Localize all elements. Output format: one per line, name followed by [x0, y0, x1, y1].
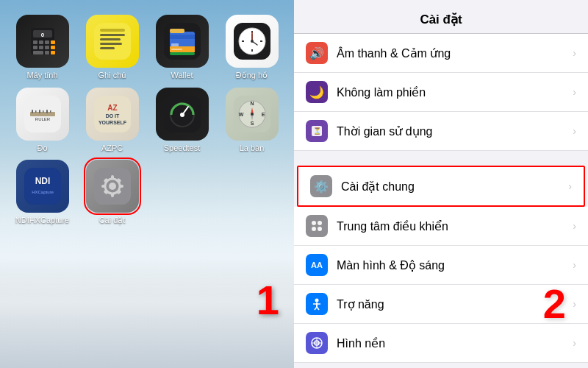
- svg-rect-23: [171, 43, 179, 46]
- app-notes[interactable]: Ghi chú: [81, 15, 143, 80]
- settings-item-wallpaper[interactable]: Hình nền ›: [294, 324, 588, 363]
- screentime-chevron: ›: [573, 125, 576, 137]
- svg-point-83: [312, 227, 316, 231]
- calculator-icon: 0: [16, 15, 69, 68]
- svg-text:S: S: [250, 121, 254, 126]
- wallpaper-svg: [310, 336, 323, 350]
- svg-rect-16: [100, 34, 125, 36]
- svg-rect-15: [100, 29, 125, 32]
- ndi-icon: NDI HXCapture: [16, 160, 69, 213]
- speedtest-svg: [164, 96, 201, 132]
- svg-rect-3: [33, 40, 37, 44]
- screentime-label: Thời gian sử dụng: [337, 124, 573, 138]
- azpc-label: AZPC: [101, 144, 123, 152]
- svg-rect-9: [45, 46, 49, 49]
- azpc-icon: AZ DO IT YOURSELF: [86, 88, 139, 141]
- svg-point-70: [109, 183, 116, 190]
- settings-item-control[interactable]: Trung tâm điều khiển ›: [294, 207, 588, 246]
- svg-rect-19: [100, 47, 115, 49]
- svg-point-81: [312, 221, 316, 225]
- svg-point-64: [251, 113, 254, 116]
- display-icon: AA: [306, 254, 328, 276]
- screentime-icon: ⏳: [306, 120, 328, 142]
- wallpaper-chevron: ›: [573, 337, 576, 349]
- sound-chevron: ›: [573, 47, 576, 59]
- accessibility-label: Trợ năng: [337, 297, 573, 311]
- general-chevron: ›: [568, 180, 572, 192]
- speedtest-icon: [156, 88, 209, 141]
- svg-text:NDI: NDI: [35, 176, 50, 186]
- dnd-label: Không làm phiền: [337, 85, 573, 99]
- accessibility-chevron: ›: [573, 298, 576, 310]
- settings-item-general[interactable]: ⚙️ Cài đặt chung ›: [297, 166, 585, 207]
- azpc-svg: AZ DO IT YOURSELF: [94, 96, 131, 132]
- svg-rect-13: [51, 51, 55, 54]
- dnd-chevron: ›: [573, 86, 576, 98]
- display-label: Màn hình & Độ sáng: [337, 258, 573, 272]
- svg-rect-43: [39, 110, 40, 113]
- notes-svg: [94, 23, 131, 60]
- app-settings[interactable]: Cài đặt: [81, 160, 143, 225]
- svg-point-84: [318, 227, 322, 231]
- settings-title: Cài đặt: [420, 13, 462, 26]
- wallet-icon: [156, 15, 209, 68]
- compass-icon: N S W E: [226, 88, 279, 141]
- svg-line-89: [317, 307, 319, 310]
- app-clock[interactable]: Đồng hồ: [220, 15, 283, 80]
- svg-rect-14: [94, 23, 131, 60]
- svg-point-85: [315, 299, 319, 302]
- svg-rect-72: [111, 193, 114, 197]
- settings-svg: [94, 168, 131, 205]
- measure-svg: RULER: [24, 96, 61, 132]
- app-ndi[interactable]: NDI HXCapture NDIHXCapture: [11, 160, 74, 225]
- app-compass[interactable]: N S W E La bàn: [220, 88, 283, 152]
- wallet-svg: [164, 23, 201, 60]
- calculator-svg: 0: [26, 25, 59, 57]
- dnd-icon: 🌙: [306, 81, 328, 103]
- app-measure[interactable]: RULER Đo: [11, 88, 74, 152]
- accessibility-svg: [310, 297, 323, 311]
- svg-rect-25: [171, 49, 182, 50]
- settings-item-dnd[interactable]: 🌙 Không làm phiền ›: [294, 73, 588, 112]
- svg-rect-4: [39, 40, 43, 44]
- svg-text:⏳: ⏳: [313, 127, 322, 135]
- compass-svg: N S W E: [234, 96, 270, 132]
- svg-rect-65: [24, 168, 61, 205]
- control-icon: [306, 215, 328, 237]
- left-panel: 0 Máy tính: [0, 0, 294, 368]
- control-chevron: ›: [573, 220, 576, 232]
- svg-rect-42: [35, 110, 37, 113]
- app-calculator[interactable]: 0 Máy tính: [11, 15, 74, 80]
- svg-rect-46: [50, 110, 51, 113]
- svg-rect-71: [111, 175, 114, 180]
- settings-icon: [86, 160, 139, 213]
- general-label: Cài đặt chung: [341, 180, 568, 194]
- settings-item-sound[interactable]: 🔊 Âm thanh & Cảm ứng ›: [294, 34, 588, 73]
- sound-icon: 🔊: [306, 42, 328, 64]
- general-icon: ⚙️: [310, 175, 332, 197]
- svg-point-82: [318, 221, 322, 225]
- svg-text:AZ: AZ: [107, 104, 117, 112]
- sound-label: Âm thanh & Cảm ứng: [337, 46, 573, 60]
- svg-rect-22: [170, 35, 195, 39]
- svg-point-55: [180, 113, 184, 117]
- svg-text:E: E: [261, 112, 265, 117]
- svg-rect-44: [43, 110, 44, 113]
- ndi-label: NDIHXCapture: [15, 216, 69, 224]
- svg-text:DO IT: DO IT: [105, 113, 119, 118]
- app-speedtest[interactable]: Speedtest: [151, 88, 213, 152]
- app-grid: 0 Máy tính: [0, 0, 294, 240]
- app-wallet[interactable]: Wallet: [151, 15, 213, 80]
- svg-rect-10: [51, 46, 55, 49]
- clock-svg: [234, 23, 270, 60]
- calculator-label: Máy tính: [26, 71, 57, 79]
- app-azpc[interactable]: AZ DO IT YOURSELF AZPC: [81, 88, 143, 152]
- svg-text:N: N: [250, 101, 254, 106]
- svg-text:YOURSELF: YOURSELF: [98, 120, 126, 125]
- wallet-label: Wallet: [171, 71, 193, 79]
- step-number-2: 2: [543, 280, 566, 328]
- settings-item-screentime[interactable]: ⏳ Thời gian sử dụng ›: [294, 112, 588, 151]
- svg-rect-5: [45, 40, 49, 44]
- svg-text:RULER: RULER: [35, 117, 50, 121]
- svg-rect-8: [39, 46, 43, 49]
